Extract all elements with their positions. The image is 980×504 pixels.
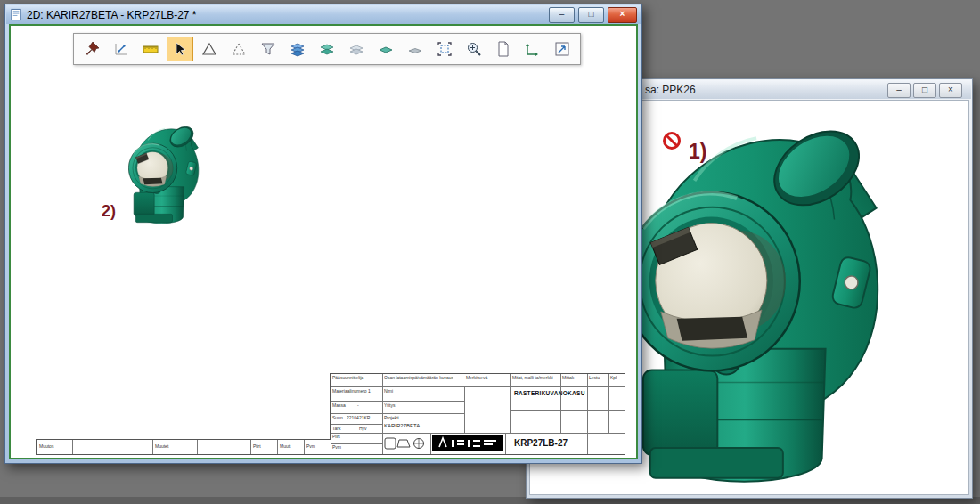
revision-strip-line: [197, 440, 198, 454]
layers-pale-icon: [347, 40, 365, 58]
revision-strip-line: [250, 440, 251, 454]
tool-axes[interactable]: [519, 37, 546, 61]
title-block-line: [587, 374, 588, 454]
revision-cell: Muutos: [39, 444, 53, 450]
drawing-toolbar: [73, 33, 581, 65]
drawing-window-title: 2D: KARIR27BETA - KRP27LB-27 *: [27, 9, 197, 21]
revision-strip-line: [152, 440, 153, 454]
drawing-client: 2) Pääsuunnittelija Osan lataamis: [9, 24, 638, 459]
massa-label: Massa: [332, 403, 346, 409]
minimize-button[interactable]: –: [549, 7, 575, 23]
pvm-label: Pvm: [332, 445, 341, 451]
drawing-window[interactable]: 2D: KARIR27BETA - KRP27LB-27 * – □ ×: [4, 4, 642, 464]
title-block-line: [464, 386, 465, 433]
tool-zoom-in[interactable]: [461, 37, 487, 61]
projekti-label: Projekti: [384, 416, 399, 421]
maximize-button[interactable]: □: [913, 83, 936, 98]
title-block-line: [331, 386, 625, 387]
tool-ruler[interactable]: [137, 37, 164, 61]
tool-fit-view[interactable]: [549, 37, 576, 61]
close-button[interactable]: ×: [608, 7, 637, 23]
pin-icon: [83, 40, 101, 58]
company-logo: [432, 435, 503, 451]
pipe-fitting-2d-preview: [128, 120, 207, 225]
title-block: Pääsuunnittelija Osan lataamispäivämäärä…: [330, 373, 625, 455]
title-block-line: [510, 410, 625, 411]
layers-teal-icon: [318, 40, 336, 58]
window-icon: [10, 8, 23, 21]
drawing-window-titlebar[interactable]: 2D: KARIR27BETA - KRP27LB-27 * – □ ×: [6, 5, 641, 24]
zoom-area-icon: [436, 40, 453, 58]
title-block-line: [430, 433, 431, 454]
measure-arrow-icon: [112, 40, 130, 58]
tool-select-cursor[interactable]: [167, 37, 193, 61]
annotation-2: 2): [102, 202, 116, 221]
title-block-cell: Merkitsevä: [466, 376, 487, 381]
tool-layers-blue[interactable]: [284, 37, 311, 61]
filter-icon: [259, 40, 277, 58]
suun-value: 2210421KR: [347, 416, 370, 421]
tool-triangle[interactable]: [196, 37, 223, 61]
tool-zoom-area[interactable]: [431, 37, 458, 61]
title-block-line: [382, 374, 383, 454]
fit-view-icon: [553, 40, 571, 58]
tool-triangle-dashed[interactable]: [225, 37, 252, 61]
minimize-button[interactable]: –: [887, 83, 911, 98]
hyv-label: Hyv: [359, 427, 367, 432]
projekti-value: KARIR27BETA: [384, 423, 420, 429]
title-block-line: [331, 433, 625, 434]
tool-new-sheet[interactable]: [490, 37, 517, 61]
revision-cell: Muutet: [155, 444, 168, 450]
pipe-fitting-3d-model: [624, 108, 907, 489]
title-block-line: [331, 424, 382, 425]
title-block-line: [331, 413, 464, 414]
new-sheet-icon: [494, 40, 512, 58]
maximize-button[interactable]: □: [578, 7, 604, 23]
title-block-line: [505, 433, 506, 454]
model-window-title: sa: PPK26: [645, 84, 696, 96]
annotation-1: 1): [689, 140, 706, 164]
revision-strip-line: [304, 440, 305, 454]
cursor-icon: [171, 40, 189, 58]
massa-value: -: [357, 403, 359, 409]
projection-symbol-icon: [384, 435, 427, 451]
drawing-canvas[interactable]: 2) Pääsuunnittelija Osan lataamis: [11, 26, 636, 458]
yritys-label: Yritys: [384, 403, 396, 409]
tool-filter[interactable]: [255, 37, 282, 61]
piirt-label: Piirt: [332, 435, 340, 440]
zoom-in-icon: [465, 40, 483, 58]
tool-sheet-flat[interactable]: [402, 37, 429, 61]
revision-strip-line: [277, 440, 278, 454]
ruler-icon: [142, 40, 159, 58]
tool-sheet-teal[interactable]: [372, 37, 399, 61]
tool-layers-teal[interactable]: [314, 37, 340, 61]
title-block-cell: Lestu: [589, 376, 600, 381]
revision-cell: Muutt: [280, 444, 291, 450]
nimi-label: Nimi: [384, 389, 393, 394]
prohibition-icon: [662, 131, 683, 152]
title-block-cell: Pääsuunnittelija: [332, 376, 363, 381]
tool-measure[interactable]: [108, 37, 135, 61]
axes-icon: [524, 40, 542, 58]
title-block-line: [331, 401, 464, 402]
title-block-line: [510, 374, 511, 433]
close-button[interactable]: ×: [939, 83, 962, 98]
material-label: Materiaalinumero 1: [332, 389, 371, 394]
title-block-cell: Mitat, malli ta/merkki: [512, 376, 553, 381]
triangle-icon: [200, 40, 218, 58]
suun-label: Suun: [332, 416, 343, 421]
title-block-cell: Mittak: [562, 376, 574, 381]
title-block-cell: Kpl: [610, 376, 617, 381]
title-block-line: [608, 374, 609, 433]
triangle-dashed-icon: [230, 40, 248, 58]
tool-pin[interactable]: [78, 37, 105, 61]
company-logo-mark: [432, 435, 503, 451]
title-block-line: [560, 374, 561, 433]
revision-cell: Pvm: [306, 444, 315, 450]
sheet-teal-icon: [377, 40, 395, 58]
doc-number: KRP27LB-27: [514, 438, 568, 448]
tool-layers-pale[interactable]: [343, 37, 370, 61]
revision-cell: Piirt: [253, 444, 261, 450]
revision-strip: Muutos Muutet Piirt Muutt Pvm: [36, 439, 331, 455]
revision-strip-line: [72, 440, 73, 454]
